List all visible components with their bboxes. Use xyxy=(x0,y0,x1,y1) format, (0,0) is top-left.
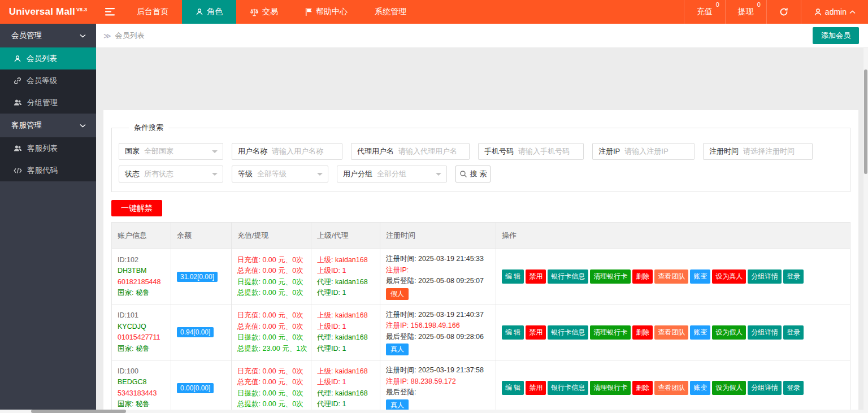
recharge-line: 总充值: 0.00 元、0次 xyxy=(237,266,305,277)
nav-item-label: 后台首页 xyxy=(137,7,168,17)
table-row: ID:100BEDGC85343183443国家: 秘鲁0.00[0.00]日充… xyxy=(112,360,850,413)
sidebar-item-客服列表[interactable]: 客服列表 xyxy=(0,137,96,159)
parent-line: 上级: kaidan168 xyxy=(317,255,374,266)
column-header: 上级/代理 xyxy=(311,223,380,249)
app-title: Universal Mall xyxy=(9,6,75,18)
search-input-注册IP[interactable]: 请输入注册IP xyxy=(624,144,694,159)
view-team-button[interactable]: 查看团队 xyxy=(654,381,688,395)
delete-button[interactable]: 删除 xyxy=(632,269,653,284)
nav-item-label: 交易 xyxy=(262,7,278,17)
register-time-cell: 注册时间: 2025-03-19 21:40:37注册IP: 156.198.4… xyxy=(380,305,496,360)
sidebar-item-客服代码[interactable]: 客服代码 xyxy=(0,159,96,181)
parent-line: 上级ID: 1 xyxy=(317,266,374,277)
bank-info-button[interactable]: 银行卡信息 xyxy=(548,381,588,395)
bank-info-button[interactable]: 银行卡信息 xyxy=(548,269,588,284)
sidebar-group-1[interactable]: 会员管理 xyxy=(0,24,96,47)
disable-button[interactable]: 禁用 xyxy=(526,381,546,395)
nav-item-5[interactable]: 系统管理 xyxy=(361,0,420,24)
group-detail-button[interactable]: 分组详情 xyxy=(748,381,782,395)
search-select-国家[interactable]: 全部国家 xyxy=(144,144,223,159)
login-button[interactable]: 登录 xyxy=(783,325,804,340)
account-change-button[interactable]: 账变 xyxy=(690,381,710,395)
nav-item-2[interactable]: 角色 xyxy=(182,0,236,24)
group-detail-button[interactable]: 分组详情 xyxy=(748,269,782,284)
clear-bank-button[interactable]: 清理银行卡 xyxy=(590,381,631,395)
search-input-注册时间[interactable]: 请选择注册时间 xyxy=(743,144,812,159)
sidebar-item-会员列表[interactable]: 会员列表 xyxy=(0,47,96,69)
search-input-代理用户名[interactable]: 请输入代理用户名 xyxy=(398,144,469,159)
add-member-button[interactable]: 添加会员 xyxy=(813,27,859,44)
search-panel-title: 条件搜索 xyxy=(129,123,168,133)
view-team-button[interactable]: 查看团队 xyxy=(654,325,688,340)
disable-button[interactable]: 禁用 xyxy=(526,269,546,284)
nav-item-3[interactable]: 交易 xyxy=(236,0,292,24)
parent-line: 上级ID: 1 xyxy=(317,321,374,333)
search-field-label: 注册IP xyxy=(593,146,624,156)
refresh-icon xyxy=(779,7,788,16)
user-menu[interactable]: admin xyxy=(801,0,868,24)
login-button[interactable]: 登录 xyxy=(783,381,804,395)
account-change-button[interactable]: 账变 xyxy=(690,269,710,284)
nav-item-label: 帮助中心 xyxy=(316,7,348,17)
set-fake-button[interactable]: 设为假人 xyxy=(712,325,746,340)
horizontal-scrollbar[interactable] xyxy=(0,410,868,413)
input-placeholder: 请输入手机号码 xyxy=(518,146,570,156)
bank-info-button[interactable]: 银行卡信息 xyxy=(548,325,588,340)
agent-line: 代理: kaidan168 xyxy=(317,388,374,399)
sidebar-group-2[interactable]: 客服管理 xyxy=(0,114,96,137)
edit-button[interactable]: 编 辑 xyxy=(502,269,524,284)
vertical-scrollbar[interactable] xyxy=(863,48,868,410)
register-time-cell: 注册时间: 2025-03-19 21:45:33注册IP:最后登陆: 2025… xyxy=(380,249,496,305)
member-id: ID:100 xyxy=(118,366,165,377)
horizontal-scrollbar-thumb[interactable] xyxy=(31,410,126,413)
edit-button[interactable]: 编 辑 xyxy=(502,381,524,395)
recharge-link[interactable]: 充值 0 xyxy=(684,0,725,24)
member-number: 01015427711 xyxy=(118,332,165,344)
input-placeholder: 请输入用户名称 xyxy=(272,146,323,156)
members-table: 账户信息余额充值/提现上级/代理注册时间操作 ID:102DH3TBM60182… xyxy=(111,222,850,413)
user-icon xyxy=(196,8,203,16)
balance-cell: 31.02[0.00] xyxy=(171,249,232,305)
disable-button[interactable]: 禁用 xyxy=(526,325,546,340)
member-username: DH3TBM xyxy=(118,266,165,277)
parent-line: 上级: kaidan168 xyxy=(317,310,374,321)
clear-bank-button[interactable]: 清理银行卡 xyxy=(590,325,631,340)
sidebar-collapse-button[interactable] xyxy=(96,0,123,24)
recharge-withdraw-cell: 日充值: 0.00 元、0次总充值: 0.00 元、0次日提款: 0.00 元、… xyxy=(232,360,311,413)
register-ip: 注册IP: 156.198.49.166 xyxy=(386,320,490,332)
account-info-cell: ID:100BEDGC85343183443国家: 秘鲁 xyxy=(112,360,171,413)
withdraw-link[interactable]: 提现 0 xyxy=(725,0,766,24)
app-window: Universal Mall V8.3 后台首页角色交易帮助中心系统管理 充值 … xyxy=(0,0,868,413)
nav-item-4[interactable]: 帮助中心 xyxy=(292,0,361,24)
set-fake-button[interactable]: 设为假人 xyxy=(712,381,746,395)
delete-button[interactable]: 删除 xyxy=(632,325,653,340)
sidebar-item-分组管理[interactable]: 分组管理 xyxy=(0,92,96,114)
search-field-label: 等级 xyxy=(232,169,257,179)
sidebar-item-会员等级[interactable]: 会员等级 xyxy=(0,69,96,92)
view-team-button[interactable]: 查看团队 xyxy=(654,269,688,284)
column-header: 账户信息 xyxy=(112,223,171,249)
vertical-scrollbar-thumb[interactable] xyxy=(864,69,867,174)
search-select-等级[interactable]: 全部等级 xyxy=(257,166,328,182)
search-select-用户分组[interactable]: 全部分组 xyxy=(377,166,446,182)
app-logo[interactable]: Universal Mall V8.3 xyxy=(0,0,96,24)
account-change-button[interactable]: 账变 xyxy=(690,325,710,340)
code-icon xyxy=(14,167,22,174)
search-input-用户名称[interactable]: 请输入用户名称 xyxy=(272,144,342,159)
refresh-button[interactable] xyxy=(766,0,801,24)
flag-icon xyxy=(305,8,313,16)
unban-all-button[interactable]: 一键解禁 xyxy=(111,200,162,216)
edit-button[interactable]: 编 辑 xyxy=(502,325,524,340)
search-input-手机号码[interactable]: 请输入手机号码 xyxy=(518,144,583,159)
delete-button[interactable]: 删除 xyxy=(632,381,653,395)
login-button[interactable]: 登录 xyxy=(783,269,804,284)
set-real-button[interactable]: 设为真人 xyxy=(712,269,746,284)
parent-agent-cell: 上级: kaidan168上级ID: 1代理: kaidan168代理ID: 1 xyxy=(311,249,380,305)
nav-item-1[interactable]: 后台首页 xyxy=(123,0,182,24)
search-button[interactable]: 搜 索 xyxy=(455,166,491,182)
group-detail-button[interactable]: 分组详情 xyxy=(748,325,782,340)
search-field-状态: 状态所有状态 xyxy=(119,166,223,182)
agent-line: 代理: kaidan168 xyxy=(317,332,374,344)
clear-bank-button[interactable]: 清理银行卡 xyxy=(590,269,631,284)
search-select-状态[interactable]: 所有状态 xyxy=(144,166,223,182)
